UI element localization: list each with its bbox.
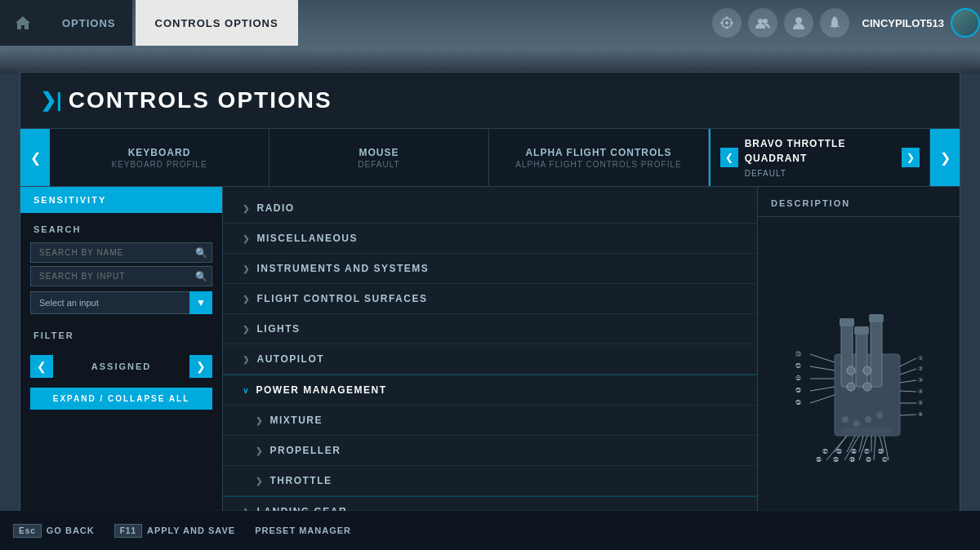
chevron-icon: ❯ [256, 446, 264, 455]
search-by-name-input[interactable] [30, 242, 212, 263]
svg-text:㊴: ㊴ [849, 457, 855, 463]
throttle-quadrant-image: ① ② ③ ④ ⑤ ⑥ ⑳ ㉑ ㉒ [777, 289, 941, 468]
svg-point-18 [847, 383, 855, 391]
svg-rect-66 [841, 428, 893, 434]
chevron-icon: ❯ [243, 355, 251, 364]
tab-keyboard[interactable]: KEYBOARD KEYBOARD PROFILE [50, 129, 270, 186]
svg-text:㉑: ㉑ [795, 363, 801, 369]
svg-point-7 [763, 19, 768, 24]
left-sidebar: SENSITIVITY SEARCH 🔍 🔍 Select an input ▼… [20, 187, 223, 539]
tab-bravo-next-btn[interactable]: ❯ [902, 148, 920, 167]
chevron-icon: ❯ [256, 477, 264, 486]
filter-navigation: ❮ ASSIGNED ❯ [30, 355, 212, 378]
svg-point-8 [795, 17, 802, 24]
list-item-instruments-systems[interactable]: ❯ INSTRUMENTS AND SYSTEMS [223, 254, 757, 284]
select-input-dropdown[interactable]: Select an input [30, 291, 212, 314]
svg-text:⑤: ⑤ [918, 400, 923, 406]
controls-options-tab[interactable]: CONTROLS OPTIONS [136, 0, 298, 46]
description-image-area: ① ② ③ ④ ⑤ ⑥ ⑳ ㉑ ㉒ [758, 217, 960, 539]
preset-manager-label: PRESET MANAGER [255, 526, 351, 535]
chevron-icon: ❯ [243, 264, 251, 273]
svg-text:②: ② [918, 366, 923, 371]
svg-rect-10 [841, 322, 853, 387]
filter-next-button[interactable]: ❯ [189, 355, 212, 378]
page-title: CONTROLS OPTIONS [69, 87, 332, 113]
apply-save-label: APPLY AND SAVE [147, 526, 235, 535]
svg-rect-14 [854, 326, 869, 335]
tab-prev-button[interactable]: ❮ [20, 129, 50, 186]
svg-point-63 [853, 420, 860, 427]
tab-bravo-prev-btn[interactable]: ❮ [720, 148, 738, 167]
go-back-action[interactable]: Esc GO BACK [13, 524, 95, 538]
svg-point-64 [865, 416, 871, 423]
go-back-label: GO BACK [47, 526, 95, 535]
svg-text:⑥: ⑥ [918, 411, 923, 417]
list-item-power-management[interactable]: ∨ POWER MANAGEMENT [223, 375, 757, 406]
svg-rect-13 [840, 318, 854, 326]
svg-line-32 [810, 354, 835, 362]
sensitivity-button[interactable]: SENSITIVITY [20, 187, 222, 213]
svg-line-24 [900, 380, 916, 383]
target-icon-btn[interactable] [712, 8, 742, 38]
svg-text:㊲: ㊲ [864, 449, 870, 455]
community-icon-btn[interactable] [748, 8, 777, 38]
tab-mouse[interactable]: MOUSE DEFAULT [270, 129, 489, 186]
expand-collapse-button[interactable]: EXPAND / COLLAPSE ALL [30, 388, 212, 410]
list-item-lights[interactable]: ❯ LIGHTS [223, 314, 757, 344]
options-tab[interactable]: OPTIONS [46, 0, 132, 46]
chevron-icon: ❯ [243, 295, 251, 304]
svg-line-22 [900, 369, 916, 375]
svg-point-65 [876, 412, 883, 419]
svg-text:㉝: ㉝ [836, 449, 842, 455]
svg-point-62 [842, 416, 849, 423]
list-item-mixture[interactable]: ❯ MIXTURE [223, 406, 757, 436]
profile-icon-btn[interactable] [784, 8, 813, 38]
list-item-propeller[interactable]: ❯ PROPELLER [223, 436, 757, 466]
chevron-icon: ∨ [243, 386, 250, 395]
list-item-radio[interactable]: ❯ RADIO [223, 193, 757, 224]
search-name-icon[interactable]: 🔍 [195, 247, 207, 259]
svg-rect-11 [856, 330, 867, 387]
user-profile[interactable]: CINCYPILOT513 [862, 8, 980, 38]
description-panel: DESCRIPTION [757, 187, 960, 539]
svg-line-40 [810, 395, 835, 403]
search-input-icon[interactable]: 🔍 [195, 271, 207, 282]
chevron-icon: ❯ [243, 234, 251, 243]
tab-bravo-throttle[interactable]: ❮ BRAVO THROTTLE QUADRANT DEFAULT ❯ [709, 129, 930, 186]
filter-section-label: FILTER [20, 319, 222, 345]
svg-line-30 [900, 415, 916, 415]
svg-text:㉔: ㉔ [795, 400, 801, 406]
filter-prev-button[interactable]: ❮ [30, 355, 53, 378]
panel-header: ❯| CONTROLS OPTIONS [20, 73, 960, 129]
search-by-input-input[interactable] [30, 266, 212, 286]
svg-point-16 [847, 366, 855, 375]
list-item-throttle[interactable]: ❯ THROTTLE [223, 466, 757, 496]
list-item-miscellaneous[interactable]: ❯ MISCELLANEOUS [223, 224, 757, 254]
esc-key: Esc [13, 524, 42, 538]
notification-icon-btn[interactable] [820, 8, 849, 38]
main-panel: ❯| CONTROLS OPTIONS ❮ KEYBOARD KEYBOARD … [20, 72, 960, 511]
apply-save-action[interactable]: F11 APPLY AND SAVE [114, 524, 235, 538]
svg-line-20 [900, 358, 916, 366]
svg-line-34 [810, 366, 835, 370]
svg-line-58 [874, 436, 875, 460]
svg-point-6 [758, 19, 763, 24]
svg-text:㉟: ㉟ [816, 457, 822, 463]
svg-point-17 [863, 366, 871, 375]
home-button[interactable] [0, 0, 46, 46]
chevron-icon: ❯ [243, 325, 251, 334]
list-item-autopilot[interactable]: ❯ AUTOPILOT [223, 344, 757, 375]
list-item-flight-control-surfaces[interactable]: ❯ FLIGHT CONTROL SURFACES [223, 284, 757, 314]
tab-bar: ❮ KEYBOARD KEYBOARD PROFILE MOUSE DEFAUL… [20, 129, 960, 187]
svg-text:④: ④ [918, 388, 923, 394]
avatar [951, 8, 980, 38]
top-navigation: OPTIONS CONTROLS OPTIONS [0, 0, 980, 46]
tab-next-button[interactable]: ❯ [930, 129, 960, 186]
svg-point-19 [863, 383, 871, 391]
preset-manager-action[interactable]: PRESET MANAGER [255, 526, 351, 535]
tab-alpha-flight-controls[interactable]: ALPHA FLIGHT CONTROLS ALPHA FLIGHT CONTR… [489, 129, 709, 186]
search-by-name-wrapper: 🔍 [30, 242, 212, 263]
svg-text:①: ① [918, 355, 923, 361]
svg-text:③: ③ [918, 377, 923, 383]
search-by-input-wrapper: 🔍 [30, 266, 212, 286]
